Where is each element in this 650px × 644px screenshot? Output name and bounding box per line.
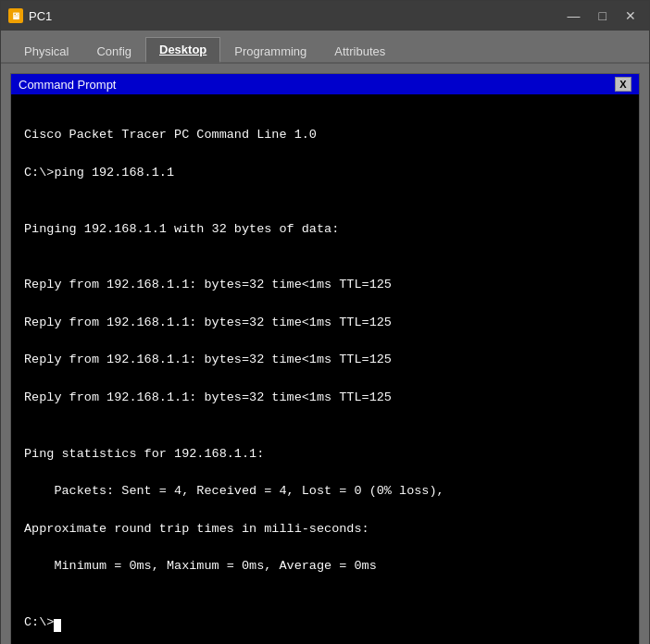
title-bar: 🖥 PC1 — □ ✕: [1, 1, 649, 31]
main-content: Command Prompt X Cisco Packet Tracer PC …: [1, 64, 649, 644]
tab-attributes[interactable]: Attributes: [320, 39, 399, 63]
cursor: [54, 619, 61, 632]
window-controls: — □ ✕: [562, 7, 642, 24]
cmd-line-13: Approximate round trip times in milli-se…: [24, 520, 626, 539]
cmd-line-4: Pinging 192.168.1.1 with 32 bytes of dat…: [24, 220, 626, 239]
cmd-line-7: Reply from 192.168.1.1: bytes=32 time<1m…: [24, 314, 626, 332]
cmd-line-8: Reply from 192.168.1.1: bytes=32 time<1m…: [24, 351, 626, 369]
cmd-line-14: Minimum = 0ms, Maximum = 0ms, Average = …: [24, 557, 626, 576]
maximize-button[interactable]: □: [594, 7, 612, 24]
cmd-line-1: Cisco Packet Tracer PC Command Line 1.0: [24, 126, 626, 144]
tab-bar: Physical Config Desktop Programming Attr…: [1, 31, 649, 64]
cmd-title-bar: Command Prompt X: [11, 74, 639, 94]
tab-config[interactable]: Config: [82, 39, 145, 63]
tab-programming[interactable]: Programming: [220, 39, 320, 63]
cmd-line-12: Packets: Sent = 4, Received = 4, Lost = …: [24, 482, 626, 501]
cmd-line-11: Ping statistics for 192.168.1.1:: [24, 445, 626, 464]
tab-desktop[interactable]: Desktop: [145, 37, 220, 63]
minimize-button[interactable]: —: [562, 7, 586, 24]
window-title: PC1: [29, 9, 562, 23]
app-icon: 🖥: [8, 8, 23, 23]
tab-physical[interactable]: Physical: [10, 39, 82, 63]
close-button[interactable]: ✕: [619, 7, 642, 24]
cmd-close-button[interactable]: X: [615, 77, 631, 92]
cmd-output[interactable]: Cisco Packet Tracer PC Command Line 1.0 …: [11, 94, 639, 644]
main-window: 🖥 PC1 — □ ✕ Physical Config Desktop Prog…: [0, 0, 650, 644]
cmd-line-6: Reply from 192.168.1.1: bytes=32 time<1m…: [24, 276, 626, 294]
cmd-line-2: C:\>ping 192.168.1.1: [24, 164, 626, 182]
cmd-prompt: C:\>: [24, 615, 54, 629]
cmd-window: Command Prompt X Cisco Packet Tracer PC …: [10, 73, 640, 644]
cmd-line-9: Reply from 192.168.1.1: bytes=32 time<1m…: [24, 389, 626, 407]
cmd-title: Command Prompt: [19, 78, 116, 92]
